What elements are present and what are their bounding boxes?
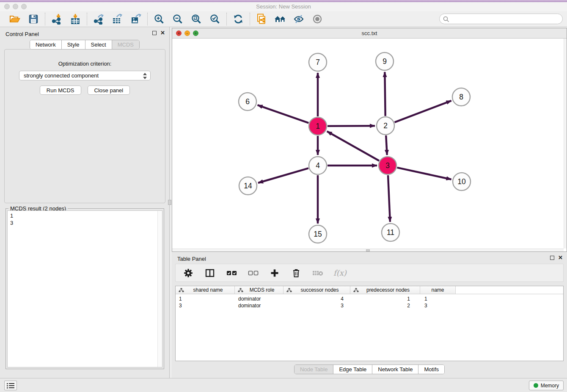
unchecked-boxes-icon — [248, 270, 259, 276]
column-header-name[interactable]: name — [420, 286, 456, 294]
zoom-in-button[interactable] — [153, 13, 165, 25]
node-6[interactable]: 6 — [239, 93, 256, 110]
clone-network-button[interactable] — [256, 13, 267, 25]
control-panel-title: Control Panel — [6, 31, 39, 37]
table-row[interactable]: 1dominator411 — [176, 296, 563, 303]
optimization-criterion-select[interactable]: strongly connected component — [19, 71, 151, 80]
status-bar: Memory — [0, 378, 567, 392]
svg-text:9: 9 — [383, 57, 387, 66]
hide-selected-button[interactable] — [293, 13, 305, 25]
network-vertical-scrollbar[interactable] — [564, 39, 567, 248]
delete-table-button[interactable] — [312, 267, 324, 279]
refresh-view-button[interactable] — [232, 13, 244, 25]
mcds-result-scrollbar[interactable] — [157, 211, 162, 367]
zoom-fit-icon — [191, 14, 202, 25]
mcds-result-text[interactable]: 1 3 — [7, 210, 162, 367]
svg-text:15: 15 — [314, 230, 322, 238]
edge-2-3[interactable] — [386, 135, 387, 155]
float-table-panel-icon[interactable] — [550, 256, 554, 260]
optimization-criterion-value: strongly connected component — [24, 72, 99, 79]
edge-4-14[interactable] — [258, 168, 308, 183]
export-network-button[interactable] — [93, 13, 105, 25]
tab-node-table[interactable]: Node Table — [295, 365, 334, 374]
node-1[interactable]: 1 — [309, 117, 327, 135]
network-graph: 7968124314101511 — [172, 39, 567, 249]
show-columns-button[interactable] — [204, 267, 216, 279]
svg-text:6: 6 — [245, 97, 250, 106]
table-cell: 2 — [350, 303, 420, 309]
select-stepper-icon — [143, 73, 147, 79]
node-4[interactable]: 4 — [309, 157, 327, 174]
tab-mcds[interactable]: MCDS — [112, 40, 139, 49]
deselect-all-rows-button[interactable] — [247, 267, 259, 279]
select-all-rows-button[interactable] — [226, 267, 237, 279]
node-8[interactable]: 8 — [452, 88, 470, 106]
delete-column-button[interactable] — [290, 267, 302, 279]
table-cell: dominator — [235, 296, 284, 303]
zoom-out-button[interactable] — [172, 13, 184, 25]
edge-1-6[interactable] — [258, 105, 309, 123]
table-row[interactable]: 3dominator323 — [176, 303, 563, 309]
tab-style[interactable]: Style — [62, 40, 85, 49]
column-header-successor-nodes[interactable]: successor nodes — [284, 286, 350, 294]
svg-text:4: 4 — [316, 161, 320, 170]
zoom-selected-button[interactable] — [209, 13, 221, 25]
column-header-shared-name[interactable]: shared name — [176, 286, 235, 294]
table-tabs: Node TableEdge TableNetwork TableMotifs — [294, 364, 445, 374]
float-panel-icon[interactable] — [152, 31, 157, 35]
network-scrollbar-thumb[interactable] — [366, 249, 370, 251]
network-horizontal-scrollbar[interactable] — [172, 248, 564, 251]
tab-network[interactable]: Network — [30, 40, 62, 49]
export-table-button[interactable] — [111, 13, 123, 25]
task-history-button[interactable] — [4, 381, 17, 390]
close-panel-icon[interactable]: ✕ — [160, 31, 165, 35]
node-10[interactable]: 10 — [453, 173, 471, 190]
node-7[interactable]: 7 — [309, 53, 327, 71]
save-session-button[interactable] — [28, 13, 39, 25]
panel-splitter-handle[interactable] — [168, 200, 171, 205]
edge-3-1[interactable] — [327, 131, 379, 160]
table-settings-button[interactable] — [182, 267, 194, 279]
network-canvas[interactable]: 7968124314101511 — [172, 39, 567, 249]
column-header-MCDS-role[interactable]: MCDS role — [235, 286, 284, 294]
node-2[interactable]: 2 — [377, 117, 394, 135]
close-table-panel-icon[interactable]: ✕ — [558, 256, 563, 260]
edge-3-11[interactable] — [388, 175, 390, 222]
import-network-button[interactable] — [51, 13, 63, 25]
open-session-button[interactable] — [9, 13, 21, 25]
column-header-predecessor-nodes[interactable]: predecessor nodes — [350, 286, 420, 294]
node-11[interactable]: 11 — [382, 224, 399, 241]
tab-network-table[interactable]: Network Table — [372, 365, 418, 374]
svg-text:3: 3 — [385, 161, 390, 170]
first-neighbors-button[interactable] — [274, 13, 286, 25]
edge-2-8[interactable] — [395, 101, 451, 122]
delete-table-icon — [312, 270, 323, 276]
export-image-button[interactable] — [130, 13, 142, 25]
search-input[interactable] — [451, 14, 559, 23]
tab-select[interactable]: Select — [85, 40, 112, 49]
edge-3-10[interactable] — [397, 168, 451, 179]
node-9[interactable]: 9 — [376, 52, 394, 70]
run-mcds-button[interactable]: Run MCDS — [40, 86, 81, 95]
search-box[interactable] — [439, 14, 563, 24]
node-15[interactable]: 15 — [309, 225, 327, 243]
tab-edge-table[interactable]: Edge Table — [333, 365, 372, 374]
tab-motifs[interactable]: Motifs — [418, 365, 444, 374]
memory-button[interactable]: Memory — [529, 381, 564, 390]
show-all-button[interactable] — [311, 13, 323, 25]
close-panel-button[interactable]: Close panel — [88, 86, 130, 95]
table-panel-title: Table Panel — [177, 256, 206, 262]
node-14[interactable]: 14 — [239, 177, 257, 195]
search-icon — [443, 16, 449, 22]
function-builder-button[interactable]: f(x) — [333, 268, 347, 277]
import-table-button[interactable] — [69, 13, 81, 25]
edge-2-9[interactable] — [385, 72, 385, 116]
edge-1-2[interactable] — [328, 126, 375, 126]
svg-text:7: 7 — [316, 58, 320, 66]
node-3[interactable]: 3 — [379, 157, 396, 174]
add-column-button[interactable] — [269, 267, 281, 279]
network-view-window: ✕ − + scc.txt 7968124314101511 — [172, 28, 567, 252]
zoom-fit-button[interactable] — [190, 13, 202, 25]
svg-text:10: 10 — [457, 177, 466, 186]
table-cell: 3 — [420, 303, 456, 309]
